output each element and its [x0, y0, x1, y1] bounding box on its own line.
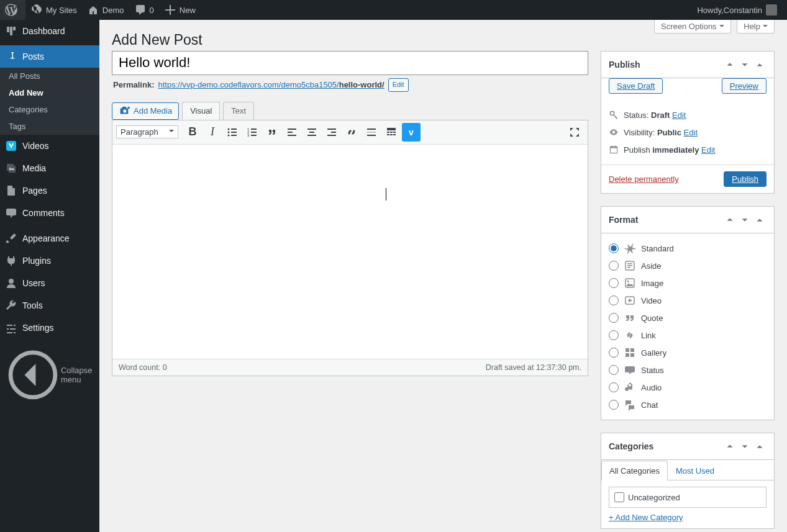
format-box-header[interactable]: Format — [601, 207, 774, 233]
svg-rect-47 — [626, 348, 629, 352]
publish-button[interactable]: Publish — [724, 171, 767, 187]
format-option-gallery[interactable]: Gallery — [609, 344, 767, 361]
vimeo-insert-button[interactable]: v — [402, 123, 421, 142]
align-left-button[interactable] — [283, 123, 301, 142]
menu-users[interactable]: Users — [0, 272, 99, 294]
add-media-button[interactable]: Add Media — [112, 102, 179, 120]
align-right-button[interactable] — [322, 123, 341, 142]
format-option-status[interactable]: Status — [609, 361, 767, 379]
menu-comments[interactable]: Comments — [0, 202, 99, 224]
menu-pages[interactable]: Pages — [0, 179, 99, 202]
align-center-button[interactable] — [303, 123, 321, 142]
format-option-quote[interactable]: Quote — [609, 309, 767, 327]
move-up-icon[interactable] — [723, 58, 737, 71]
format-option-video[interactable]: Video — [609, 292, 767, 309]
menu-media[interactable]: Media — [0, 157, 99, 179]
link-button[interactable] — [342, 123, 361, 142]
format-option-image[interactable]: Image — [609, 274, 767, 292]
read-more-button[interactable] — [362, 123, 381, 142]
menu-dashboard[interactable]: Dashboard — [0, 20, 99, 42]
my-sites[interactable]: My Sites — [25, 0, 82, 20]
format-option-standard[interactable]: Standard — [609, 240, 767, 257]
submenu-all-posts[interactable]: All Posts — [0, 68, 99, 84]
tab-all-categories[interactable]: All Categories — [601, 461, 668, 480]
numbered-list-button[interactable]: 123 — [243, 123, 262, 142]
edit-permalink-button[interactable]: Edit — [388, 78, 409, 92]
paragraph-select[interactable]: Paragraph — [116, 125, 178, 138]
my-account[interactable]: Howdy, Constantin — [692, 0, 782, 20]
blockquote-button[interactable] — [263, 123, 281, 142]
toggle-box-icon[interactable] — [753, 58, 767, 71]
svg-rect-37 — [610, 147, 617, 148]
format-option-aside[interactable]: Aside — [609, 257, 767, 274]
move-down-icon[interactable] — [738, 213, 752, 227]
italic-button[interactable]: I — [203, 123, 222, 142]
format-option-chat[interactable]: Chat — [609, 396, 767, 413]
content-editor[interactable] — [112, 145, 588, 359]
format-radio[interactable] — [609, 278, 619, 288]
categories-box-header[interactable]: Categories — [601, 433, 774, 460]
svg-rect-30 — [390, 132, 393, 133]
move-down-icon[interactable] — [738, 58, 752, 71]
collapse-menu[interactable]: Collapse menu — [0, 342, 99, 408]
svg-rect-15 — [251, 135, 257, 136]
new-content[interactable]: New — [159, 0, 201, 20]
preview-button[interactable]: Preview — [722, 78, 767, 94]
submenu-categories[interactable]: Categories — [0, 101, 99, 118]
toolbar-toggle-button[interactable] — [382, 123, 401, 142]
format-radio[interactable] — [609, 313, 619, 323]
publish-box-header[interactable]: Publish — [601, 52, 774, 78]
format-radio[interactable] — [609, 261, 619, 271]
help-toggle[interactable]: Help — [737, 20, 775, 34]
move-up-icon[interactable] — [723, 213, 737, 227]
tab-text[interactable]: Text — [223, 102, 254, 120]
format-radio[interactable] — [609, 295, 619, 305]
post-title-input[interactable] — [112, 51, 588, 75]
format-radio[interactable] — [609, 348, 619, 358]
edit-visibility-link[interactable]: Edit — [684, 128, 698, 137]
toggle-box-icon[interactable] — [753, 440, 767, 453]
toggle-box-icon[interactable] — [753, 213, 767, 227]
format-option-link[interactable]: Link — [609, 327, 767, 344]
screen-options-toggle[interactable]: Screen Options — [654, 20, 731, 34]
delete-permanently-link[interactable]: Delete permanently — [609, 174, 679, 184]
quote-icon — [624, 312, 636, 324]
pin-icon — [5, 50, 17, 63]
bold-button[interactable]: B — [183, 123, 202, 142]
save-draft-button[interactable]: Save Draft — [609, 78, 663, 94]
submenu-tags[interactable]: Tags — [0, 118, 99, 135]
permalink-url[interactable]: https://vvp-demo.codeflavors.com/demo5cb… — [158, 80, 384, 89]
svg-rect-28 — [387, 128, 396, 130]
category-item[interactable]: Uncategorized — [614, 492, 761, 502]
edit-schedule-link[interactable]: Edit — [701, 145, 715, 155]
wp-logo[interactable] — [0, 0, 25, 20]
menu-plugins[interactable]: Plugins — [0, 250, 99, 272]
format-radio[interactable] — [609, 365, 619, 375]
category-checkbox[interactable] — [614, 492, 624, 502]
site-name[interactable]: Demo — [82, 0, 129, 20]
format-radio[interactable] — [609, 243, 619, 253]
menu-videos[interactable]: Videos — [0, 135, 99, 157]
admin-toolbar: My Sites Demo 0 New Howdy, Constantin — [0, 0, 787, 20]
format-radio[interactable] — [609, 330, 619, 340]
move-up-icon[interactable] — [723, 440, 737, 453]
submenu-add-new[interactable]: Add New — [0, 84, 99, 101]
bullet-list-button[interactable] — [223, 123, 242, 142]
menu-appearance[interactable]: Appearance — [0, 227, 99, 250]
svg-point-3 — [127, 107, 130, 109]
audio-icon — [624, 381, 636, 394]
format-radio[interactable] — [609, 400, 619, 410]
fullscreen-button[interactable] — [565, 123, 584, 142]
format-option-audio[interactable]: Audio — [609, 379, 767, 396]
tab-most-used[interactable]: Most Used — [668, 461, 722, 480]
menu-tools[interactable]: Tools — [0, 294, 99, 317]
edit-status-link[interactable]: Edit — [672, 110, 686, 120]
add-new-category-link[interactable]: + Add New Category — [609, 513, 683, 522]
menu-settings[interactable]: Settings — [0, 317, 99, 339]
tab-visual[interactable]: Visual — [182, 102, 220, 120]
menu-posts[interactable]: Posts — [0, 45, 99, 68]
format-label: Link — [641, 331, 656, 340]
comments-bubble[interactable]: 0 — [129, 0, 159, 20]
format-radio[interactable] — [609, 382, 619, 392]
move-down-icon[interactable] — [738, 440, 752, 453]
